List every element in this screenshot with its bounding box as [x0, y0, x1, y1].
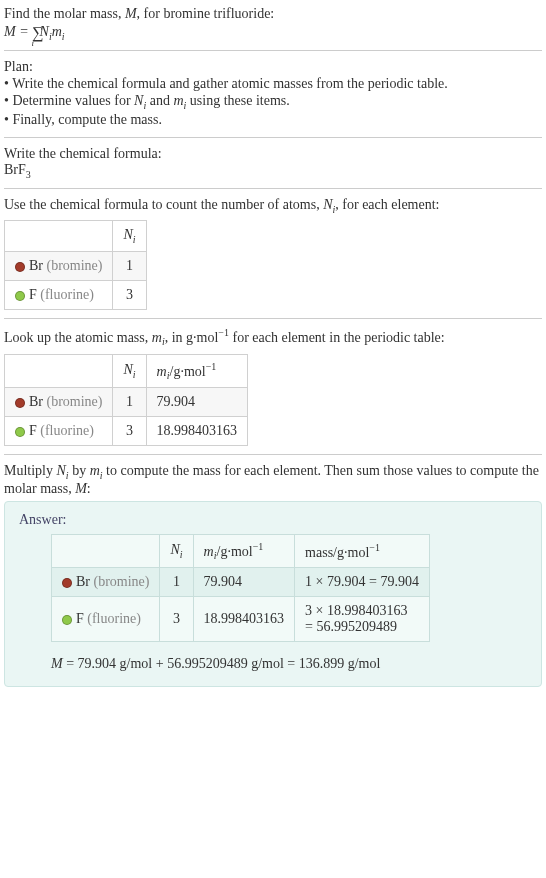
f-count: 3	[113, 417, 146, 446]
table-row: Br (bromine) 1 79.904	[5, 388, 248, 417]
table-header-blank	[52, 534, 160, 567]
table-row: F (fluorine) 3 18.998403163	[5, 417, 248, 446]
table-header-Ni: Ni	[160, 534, 193, 567]
atomic-mass-table: Ni mi/g·mol−1 Br (bromine) 1 79.904 F (f…	[4, 354, 248, 446]
plan-bullet-2: • Determine values for Ni and mi using t…	[4, 93, 542, 111]
multiply-section: Multiply Ni by mi to compute the mass fo…	[4, 455, 542, 695]
element-f: F (fluorine)	[5, 417, 113, 446]
f-mass-expr: 3 × 18.998403163 = 56.995209489	[295, 597, 430, 642]
table-header-Ni: Ni	[113, 354, 146, 387]
answer-table: Ni mi/g·mol−1 mass/g·mol−1 Br (bromine) …	[51, 534, 430, 642]
br-count: 1	[113, 252, 146, 281]
bromine-dot-icon	[15, 262, 25, 272]
count-atoms-section: Use the chemical formula to count the nu…	[4, 189, 542, 320]
plan-heading: Plan:	[4, 59, 542, 75]
table-header-blank	[5, 221, 113, 252]
chemical-formula-section: Write the chemical formula: BrF3	[4, 138, 542, 189]
table-header-Ni: Ni	[113, 221, 146, 252]
f-count: 3	[160, 597, 193, 642]
answer-box: Answer: Ni mi/g·mol−1 mass/g·mol−1 Br (b…	[4, 501, 542, 687]
table-row: Br (bromine) 1	[5, 252, 147, 281]
chemical-formula-heading: Write the chemical formula:	[4, 146, 542, 162]
br-mass-expr: 1 × 79.904 = 79.904	[295, 568, 430, 597]
count-atoms-table: Ni Br (bromine) 1 F (fluorine) 3	[4, 220, 147, 310]
f-mi: 18.998403163	[193, 597, 295, 642]
br-mass: 79.904	[146, 388, 248, 417]
br-mi: 79.904	[193, 568, 295, 597]
table-row: Br (bromine) 1 79.904 1 × 79.904 = 79.90…	[52, 568, 430, 597]
answer-label: Answer:	[19, 512, 527, 528]
element-f: F (fluorine)	[52, 597, 160, 642]
plan-bullet-3: • Finally, compute the mass.	[4, 112, 542, 128]
multiply-text: Multiply Ni by mi to compute the mass fo…	[4, 463, 542, 497]
count-atoms-heading: Use the chemical formula to count the nu…	[4, 197, 542, 215]
plan-section: Plan: • Write the chemical formula and g…	[4, 51, 542, 138]
table-header-blank	[5, 354, 113, 387]
element-br: Br (bromine)	[52, 568, 160, 597]
table-row: F (fluorine) 3	[5, 281, 147, 310]
bromine-dot-icon	[62, 578, 72, 588]
fluorine-dot-icon	[15, 427, 25, 437]
element-f: F (fluorine)	[5, 281, 113, 310]
table-header-mi: mi/g·mol−1	[146, 354, 248, 387]
intro-text: Find the molar mass, M, for bromine trif…	[4, 6, 542, 22]
plan-bullet-1: • Write the chemical formula and gather …	[4, 76, 542, 92]
table-row: F (fluorine) 3 18.998403163 3 × 18.99840…	[52, 597, 430, 642]
atomic-mass-heading: Look up the atomic mass, mi, in g·mol−1 …	[4, 327, 542, 347]
bromine-dot-icon	[15, 398, 25, 408]
f-mass: 18.998403163	[146, 417, 248, 446]
table-header-mass: mass/g·mol−1	[295, 534, 430, 567]
element-br: Br (bromine)	[5, 388, 113, 417]
fluorine-dot-icon	[15, 291, 25, 301]
molar-mass-formula: M = ∑i Nimi	[4, 24, 542, 42]
final-result: M = 79.904 g/mol + 56.995209489 g/mol = …	[51, 656, 527, 672]
intro-section: Find the molar mass, M, for bromine trif…	[4, 4, 542, 51]
atomic-mass-section: Look up the atomic mass, mi, in g·mol−1 …	[4, 319, 542, 455]
element-br: Br (bromine)	[5, 252, 113, 281]
table-header-mi: mi/g·mol−1	[193, 534, 295, 567]
br-count: 1	[160, 568, 193, 597]
fluorine-dot-icon	[62, 615, 72, 625]
chemical-formula-value: BrF3	[4, 162, 542, 180]
f-count: 3	[113, 281, 146, 310]
br-count: 1	[113, 388, 146, 417]
